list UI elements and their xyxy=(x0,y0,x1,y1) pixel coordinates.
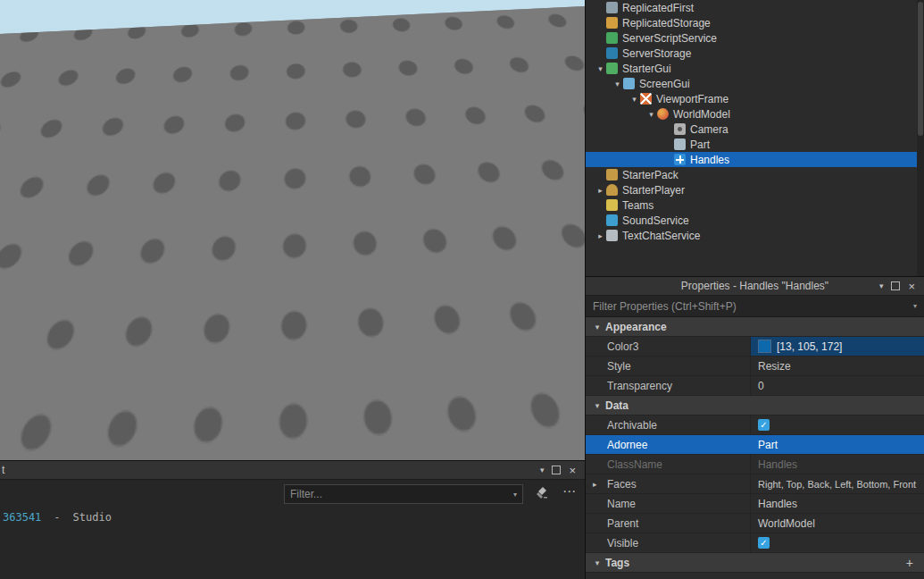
explorer-scrollbar[interactable] xyxy=(917,0,924,276)
baseplate-ground[interactable] xyxy=(0,0,585,460)
roblox-studio-window: t ▾ × ▾ ⋯ 363541-Studio xyxy=(0,0,924,579)
dropdown-icon[interactable]: ▾ xyxy=(513,491,522,499)
part-icon xyxy=(674,138,686,150)
checkbox-checked-icon[interactable]: ✓ xyxy=(758,419,770,431)
explorer-item-serverscriptservice[interactable]: ServerScriptService xyxy=(586,30,917,46)
explorer-item-starterplayer[interactable]: ▸ StarterPlayer xyxy=(586,182,917,197)
explorer-item-replicatedfirst[interactable]: ReplicatedFirst xyxy=(586,0,917,15)
log-separator: - xyxy=(54,511,60,524)
add-tag-button[interactable]: + xyxy=(906,556,913,570)
explorer-item-part[interactable]: Part xyxy=(586,137,917,152)
expand-arrow-icon[interactable]: ▾ xyxy=(645,110,657,119)
starterpack-icon xyxy=(606,169,618,180)
soundservice-icon xyxy=(606,214,618,226)
explorer-item-label: StarterPack xyxy=(622,169,678,181)
dropdown-icon[interactable]: ▾ xyxy=(913,302,924,310)
explorer-item-label: Handles xyxy=(690,154,729,166)
section-label: Appearance xyxy=(605,321,667,333)
expand-arrow-icon[interactable]: ▾ xyxy=(612,80,623,88)
collapse-section-icon[interactable]: ▾ xyxy=(591,401,604,410)
float-panel-icon[interactable] xyxy=(891,281,900,290)
section-appearance[interactable]: ▾ Appearance xyxy=(586,317,924,337)
prop-value-color3[interactable]: [13, 105, 172] xyxy=(751,337,924,356)
expand-arrow-icon[interactable]: ▾ xyxy=(595,64,606,73)
float-panel-icon[interactable] xyxy=(552,466,561,474)
prop-name: Visible xyxy=(586,533,751,552)
prop-value-adornee[interactable]: Part xyxy=(751,435,924,454)
camera-icon xyxy=(674,123,686,135)
serverstorage-icon xyxy=(606,47,618,59)
prop-value-faces[interactable]: Right, Top, Back, Left, Bottom, Front xyxy=(751,474,924,493)
prop-name: Adornee xyxy=(586,435,751,454)
drag-handle-sphere[interactable] xyxy=(393,213,409,227)
section-tags[interactable]: ▾ Tags + xyxy=(586,553,924,573)
output-filter[interactable]: ▾ xyxy=(284,484,523,504)
replicatedfirst-icon xyxy=(606,2,618,13)
prop-value-style[interactable]: Resize xyxy=(751,357,924,375)
explorer-item-label: ReplicatedFirst xyxy=(622,2,694,14)
explorer-item-viewportframe[interactable]: ▾ ViewportFrame xyxy=(586,91,917,106)
close-panel-icon[interactable]: × xyxy=(908,281,915,292)
explorer-item-label: ServerStorage xyxy=(622,47,691,60)
white-part[interactable] xyxy=(107,124,249,215)
explorer-item-worldmodel[interactable]: ▾ WorldModel xyxy=(586,106,917,122)
collapse-section-icon[interactable]: ▾ xyxy=(591,323,604,331)
worldmodel-icon xyxy=(657,108,669,120)
explorer-item-camera[interactable]: Camera xyxy=(586,122,917,137)
prop-name: Archivable xyxy=(586,415,751,434)
close-panel-icon[interactable]: × xyxy=(569,465,576,476)
checkbox-checked-icon[interactable]: ✓ xyxy=(758,537,770,549)
expand-arrow-icon[interactable]: ▸ xyxy=(595,231,606,240)
output-filter-input[interactable] xyxy=(285,488,513,500)
color-swatch[interactable] xyxy=(758,340,771,353)
properties-filter[interactable]: ▾ xyxy=(586,296,924,317)
explorer-item-replicatedstorage[interactable]: ReplicatedStorage xyxy=(586,15,917,30)
expand-icon[interactable]: ▸ xyxy=(593,480,597,489)
explorer-item-label: Part xyxy=(690,138,710,151)
textchatservice-icon xyxy=(606,230,618,241)
screengui-icon xyxy=(623,78,635,89)
prop-value-text: Resize xyxy=(758,360,791,373)
collapse-panel-icon[interactable]: ▾ xyxy=(540,466,545,474)
replicatedstorage-icon xyxy=(606,17,618,29)
3d-viewport[interactable] xyxy=(0,0,585,460)
prop-name: ClassName xyxy=(586,455,751,474)
collapse-section-icon[interactable]: ▾ xyxy=(591,558,604,567)
part-cube[interactable] xyxy=(359,252,368,261)
expand-arrow-icon[interactable]: ▸ xyxy=(595,186,606,195)
log-text: Studio xyxy=(73,511,112,524)
drag-handle-sphere[interactable] xyxy=(332,235,347,248)
scrollbar-thumb[interactable] xyxy=(918,2,923,136)
explorer-item-serverstorage[interactable]: ServerStorage xyxy=(586,46,917,61)
prop-value-text: Part xyxy=(758,439,778,451)
prop-value-text: Right, Top, Back, Left, Bottom, Front xyxy=(758,479,916,490)
more-options-icon[interactable]: ⋯ xyxy=(562,483,577,499)
collapse-panel-icon[interactable]: ▾ xyxy=(879,281,884,290)
explorer-item-startergui[interactable]: ▾ StarterGui xyxy=(586,61,917,76)
explorer-item-label: TextChatService xyxy=(622,230,700,242)
expand-arrow-icon[interactable]: ▾ xyxy=(628,95,640,104)
explorer-item-handles[interactable]: Handles xyxy=(586,152,917,167)
clear-output-icon[interactable] xyxy=(534,485,550,501)
prop-value-transparency[interactable]: 0 xyxy=(751,376,924,395)
properties-filter-input[interactable] xyxy=(586,300,913,313)
prop-name-text: Faces xyxy=(607,478,637,491)
explorer-item-label: ScreenGui xyxy=(639,78,690,90)
explorer-item-screengui[interactable]: ▾ ScreenGui xyxy=(586,76,917,91)
right-dock: ReplicatedFirst ReplicatedStorage Server… xyxy=(585,0,924,579)
prop-name: Parent xyxy=(586,514,751,533)
prop-row-adornee: Adornee Part xyxy=(586,435,924,455)
explorer-item-teams[interactable]: Teams xyxy=(586,197,917,213)
section-data[interactable]: ▾ Data xyxy=(586,396,924,415)
prop-value-parent[interactable]: WorldModel xyxy=(751,514,924,533)
drag-handle-sphere[interactable] xyxy=(373,197,390,213)
drag-handle-sphere[interactable] xyxy=(333,207,348,221)
prop-value-name[interactable]: Handles xyxy=(751,494,924,513)
log-line: 363541-Studio xyxy=(3,511,112,524)
explorer-item-starterpack[interactable]: StarterPack xyxy=(586,167,917,182)
explorer-item-soundservice[interactable]: SoundService xyxy=(586,213,917,228)
explorer-item-textchatservice[interactable]: ▸ TextChatService xyxy=(586,228,917,243)
drag-handle-sphere[interactable] xyxy=(403,242,420,258)
output-toolbar: ▾ ⋯ xyxy=(0,480,585,508)
prop-name: Transparency xyxy=(586,376,751,395)
